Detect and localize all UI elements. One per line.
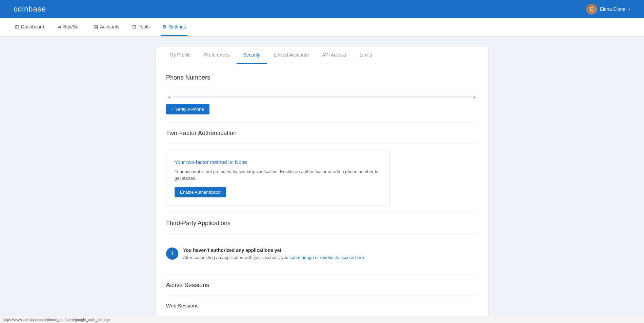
two-factor-title: Two-Factor Authentication	[166, 130, 478, 137]
nav-item-accounts[interactable]: ▤ Accounts	[92, 19, 121, 36]
nav-item-tools[interactable]: ⊟ Tools	[131, 19, 151, 36]
third-party-title: Third-Party Applications	[166, 220, 478, 227]
nav-item-buysell[interactable]: ⇄ Buy/Sell	[56, 19, 82, 36]
web-sessions-title: Web Sessions	[166, 303, 478, 308]
avatar: E	[586, 4, 597, 15]
status-bar: https://www.coinbase.com/phone_numbers/g…	[0, 316, 644, 323]
dashboard-icon: ⊞	[15, 24, 19, 29]
tab-linked-accounts[interactable]: Linked Accounts	[267, 47, 315, 64]
third-party-info-box: i You haven't authorized any application…	[166, 241, 478, 268]
scroll-right-icon[interactable]: ▶	[472, 95, 478, 99]
tab-limits[interactable]: Limits	[353, 47, 379, 64]
divider-2fa	[166, 144, 478, 144]
nav-item-dashboard-label: Dashboard	[21, 24, 44, 29]
user-menu[interactable]: E Elena Elena ▾	[586, 4, 630, 15]
divider-active-sessions	[166, 296, 478, 296]
scroll-left-icon[interactable]: ◀	[166, 95, 172, 99]
content-area: Phone Numbers ◀ ▶ + Verify A Phone Two-F…	[156, 64, 488, 319]
divider-after-phone	[166, 123, 478, 123]
enable-authenticator-button[interactable]: Enable Authenticator	[175, 187, 226, 197]
settings-icon: ⚙	[162, 24, 167, 29]
tfa-description: Your account is not protected by two-ste…	[175, 168, 381, 181]
buysell-icon: ⇄	[57, 24, 61, 29]
user-name: Elena Elena	[600, 6, 625, 12]
scroll-track	[172, 96, 472, 98]
tab-security[interactable]: Security	[237, 47, 267, 64]
nav-item-buysell-label: Buy/Sell	[63, 24, 81, 29]
verify-phone-button[interactable]: + Verify A Phone	[166, 104, 209, 114]
top-bar: coinbase E Elena Elena ▾	[0, 0, 644, 18]
divider-after-third-party	[166, 275, 478, 275]
tfa-status-title: Your two-factor method is: None	[175, 159, 381, 165]
logo: coinbase	[14, 5, 46, 14]
scroll-bar[interactable]: ◀ ▶	[166, 95, 478, 99]
divider-third-party	[166, 234, 478, 234]
two-factor-box: Your two-factor method is: None Your acc…	[166, 151, 390, 206]
tab-api-access[interactable]: API Access	[315, 47, 353, 64]
main-panel: My Profile Preferences Security Linked A…	[156, 47, 488, 319]
phone-numbers-title: Phone Numbers	[166, 74, 478, 81]
tools-icon: ⊟	[132, 24, 136, 29]
status-url: https://www.coinbase.com/phone_numbers/g…	[3, 318, 110, 322]
active-sessions-title: Active Sessions	[166, 282, 478, 289]
info-icon: i	[166, 247, 178, 260]
nav-item-settings[interactable]: ⚙ Settings	[161, 19, 187, 36]
nav-item-tools-label: Tools	[138, 24, 149, 29]
nav-item-dashboard[interactable]: ⊞ Dashboard	[14, 19, 46, 36]
accounts-icon: ▤	[94, 24, 98, 29]
divider-phone	[166, 88, 478, 88]
third-party-info-desc: After connecting an application with you…	[183, 254, 365, 261]
tab-my-profile[interactable]: My Profile	[163, 47, 197, 64]
nav-bar: ⊞ Dashboard ⇄ Buy/Sell ▤ Accounts ⊟ Tool…	[0, 18, 644, 37]
third-party-info-title: You haven't authorized any applications …	[183, 247, 365, 253]
third-party-info-text: You haven't authorized any applications …	[183, 247, 365, 261]
tab-preferences[interactable]: Preferences	[197, 47, 236, 64]
tabs-bar: My Profile Preferences Security Linked A…	[156, 47, 488, 64]
divider-after-2fa	[166, 213, 478, 213]
chevron-down-icon: ▾	[629, 7, 630, 11]
nav-item-settings-label: Settings	[169, 24, 186, 29]
revoke-access-link[interactable]: can manage or revoke its access here.	[289, 255, 365, 260]
nav-item-accounts-label: Accounts	[100, 24, 120, 29]
